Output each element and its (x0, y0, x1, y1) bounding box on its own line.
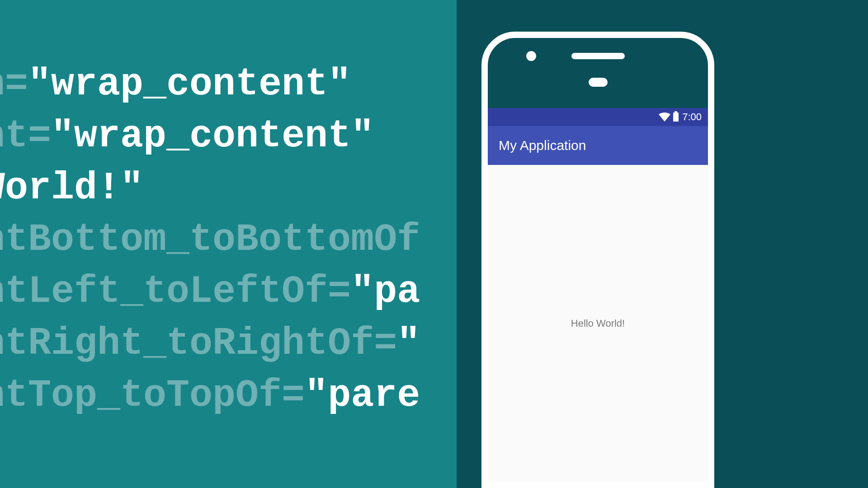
battery-icon (673, 113, 679, 122)
phone-screen: 7:00 My Application Hello World! (488, 108, 708, 482)
status-bar: 7:00 (488, 108, 708, 126)
preview-panel: 7:00 My Application Hello World! (457, 0, 868, 488)
code-attr: htBottom_toBottomOf (0, 218, 420, 262)
code-value: "pa (351, 270, 420, 314)
code-panel: h="wrap_content" ht="wrap_content" World… (0, 0, 457, 488)
code-attr: h= (0, 62, 28, 106)
app-content: Hello World! (488, 165, 708, 482)
phone-frame: 7:00 My Application Hello World! (481, 32, 714, 488)
code-attr: ht= (0, 114, 51, 158)
code-attr: htRight_toRightOf= (0, 322, 397, 366)
code-value: " (397, 322, 420, 366)
hello-world-text: Hello World! (571, 318, 625, 329)
status-time: 7:00 (682, 111, 702, 123)
phone-side-buttons (708, 201, 712, 359)
code-attr: htLeft_toLeftOf= (0, 270, 351, 314)
app-title: My Application (499, 138, 586, 153)
sensor-icon (589, 78, 608, 87)
speaker-icon (571, 53, 625, 59)
wifi-icon (659, 113, 670, 122)
code-text: h="wrap_content" ht="wrap_content" World… (0, 59, 420, 422)
camera-icon (526, 51, 536, 61)
volume-up-button-icon (708, 246, 712, 296)
code-value: World!" (0, 166, 143, 210)
app-bar: My Application (488, 126, 708, 165)
volume-down-button-icon (708, 309, 712, 359)
code-value: "pare (305, 374, 420, 418)
code-value: "wrap_content" (51, 114, 374, 158)
code-attr: htTop_toTopOf= (0, 374, 305, 418)
phone-bezel-top (488, 38, 708, 108)
code-value: "wrap_content" (28, 62, 351, 106)
power-button-icon (708, 201, 712, 232)
